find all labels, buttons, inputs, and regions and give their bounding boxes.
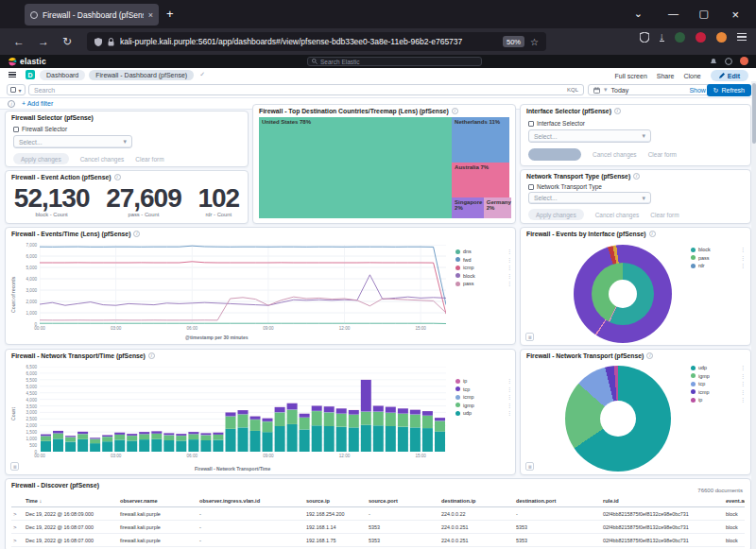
row-expand-icon[interactable]: > [11,534,24,547]
window-close-button[interactable]: × [731,8,739,22]
legend-item-icmp[interactable]: icmp⋮ [455,394,512,400]
refresh-button[interactable]: ↻ Refresh [707,84,751,96]
scrollbar-thumb[interactable] [752,83,756,144]
line-chart[interactable] [40,245,446,324]
legend-actions-icon[interactable]: ⋮ [741,397,747,403]
window-maximize-button[interactable]: ▢ [699,8,709,20]
legend-actions-icon[interactable]: ⋮ [507,378,513,384]
legend-item-pass[interactable]: pass⋮ [455,281,512,286]
legend-item-tcp[interactable]: tcp⋮ [691,381,746,386]
legend-toggle-icon[interactable]: ≣ [525,462,534,471]
column-header[interactable]: source.port [367,495,439,507]
row-expand-icon[interactable]: > [11,507,24,521]
edit-button[interactable]: Edit [711,70,748,81]
elastic-logo[interactable]: elastic [8,57,46,66]
legend-actions-icon[interactable]: ⋮ [507,265,513,270]
apply-changes-button-loading[interactable] [528,148,581,161]
legend-actions-icon[interactable]: ⋮ [507,403,513,408]
legend-item-block[interactable]: block⋮ [455,273,512,279]
date-range-value[interactable]: Today [611,87,629,94]
bookmark-star-icon[interactable]: ☆ [530,37,539,47]
lock-icon[interactable] [108,38,114,46]
info-icon[interactable]: i [649,231,656,237]
url-text[interactable]: kali-purple.kali.purple:5601/app/dashboa… [120,37,497,46]
legend-item-udp[interactable]: udp⋮ [455,410,512,416]
legend-actions-icon[interactable]: ⋮ [507,249,513,254]
extension-icon-green[interactable] [675,32,685,43]
legend-item-tcp[interactable]: tcp⋮ [455,386,512,392]
clone-link[interactable]: Clone [683,73,700,79]
share-link[interactable]: Share [657,73,675,79]
legend-actions-icon[interactable]: ⋮ [507,257,513,263]
treemap-slice[interactable]: Australia 7% [452,163,509,197]
zoom-level-badge[interactable]: 50% [503,36,524,47]
clear-form-button[interactable]: Clear form [135,156,163,163]
apply-changes-button[interactable]: Apply changes [13,153,69,164]
legend-actions-icon[interactable]: ⋮ [507,410,513,416]
legend-toggle-icon[interactable]: ≣ [525,333,534,341]
user-avatar[interactable] [740,57,748,65]
legend-item-udp[interactable]: udp⋮ [691,365,746,370]
info-icon[interactable]: i [452,108,458,114]
info-icon[interactable]: i [148,352,155,359]
clear-form-button[interactable]: Clear form [650,212,679,218]
notifications-icon[interactable] [710,58,717,65]
legend-actions-icon[interactable]: ⋮ [741,389,747,395]
kql-search-input[interactable]: Search KQL [28,84,584,95]
cancel-changes-button[interactable]: Cancel changes [593,151,637,158]
firewall-selector-dropdown[interactable]: Select...▾ [13,135,132,148]
info-icon[interactable]: i [614,108,621,114]
cancel-changes-button[interactable]: Cancel changes [595,212,640,218]
column-header[interactable]: event.action [724,495,745,507]
transport-type-dropdown[interactable]: Select...▾ [528,192,651,204]
help-icon[interactable] [725,58,732,65]
legend-actions-icon[interactable]: ⋮ [741,263,747,268]
info-icon[interactable]: i [114,174,121,180]
window-minimize-button[interactable]: — [668,8,679,19]
account-icon[interactable] [716,32,727,43]
legend-actions-icon[interactable]: ⋮ [741,373,747,379]
downloads-icon[interactable]: ↓ [660,32,665,42]
legend-item-icmp[interactable]: icmp⋮ [691,389,746,395]
clear-form-button[interactable]: Clear form [648,151,677,158]
column-header[interactable]: source.ip [304,495,367,507]
legend-actions-icon[interactable]: ⋮ [507,386,513,392]
cancel-changes-button[interactable]: Cancel changes [80,156,125,163]
legend-actions-icon[interactable]: ⋮ [741,255,747,261]
legend-item-icmp[interactable]: icmp⋮ [455,265,512,270]
column-header[interactable]: destination.port [514,495,601,507]
legend-item-ip[interactable]: ip⋮ [691,397,746,403]
global-search-input[interactable]: Search Elastic [307,57,482,66]
list-tabs-icon[interactable]: ⌄ [634,8,643,20]
column-header[interactable]: observer.name [118,495,198,507]
legend-item-igmp[interactable]: igmp⋮ [455,403,512,408]
legend-item-block[interactable]: block⋮ [691,247,746,252]
legend-item-ip[interactable]: ip⋮ [455,378,512,384]
treemap-slice[interactable]: Singapore 2% [452,197,484,218]
fullscreen-link[interactable]: Full screen [615,73,647,79]
tab-close-icon[interactable]: × [148,10,153,20]
column-header[interactable]: rule.id [601,495,724,507]
page-scrollbar[interactable] [751,81,756,549]
apply-changes-button[interactable]: Apply changes [528,209,584,220]
column-header[interactable]: destination.ip [439,495,514,507]
filter-info-icon[interactable]: i [8,100,15,108]
dashboard-app-icon[interactable]: D [26,70,35,79]
legend-toggle-icon[interactable]: ≣ [10,462,19,471]
browser-tab[interactable]: Firewall - Dashboard (pfSense) × [25,4,159,26]
legend-item-igmp[interactable]: igmp⋮ [691,373,746,379]
interface-selector-dropdown[interactable]: Select...▾ [528,129,651,143]
extension-icon-red[interactable] [696,32,706,43]
shield-permissions-icon[interactable] [94,38,102,46]
info-icon[interactable]: i [646,352,653,359]
legend-actions-icon[interactable]: ⋮ [741,365,747,370]
legend-item-pass[interactable]: pass⋮ [691,255,746,261]
column-header[interactable]: observer.ingress.vlan.id [198,495,304,507]
new-tab-button[interactable]: + [166,7,174,21]
protections-shield-icon[interactable] [640,32,649,43]
legend-item-rdr[interactable]: rdr⋮ [691,263,746,268]
legend-actions-icon[interactable]: ⋮ [741,247,747,252]
treemap-chart[interactable]: United States 78% Netherlands 11% Austra… [259,117,509,218]
treemap-slice[interactable]: Germany 2% [484,197,511,218]
legend-actions-icon[interactable]: ⋮ [507,394,513,400]
